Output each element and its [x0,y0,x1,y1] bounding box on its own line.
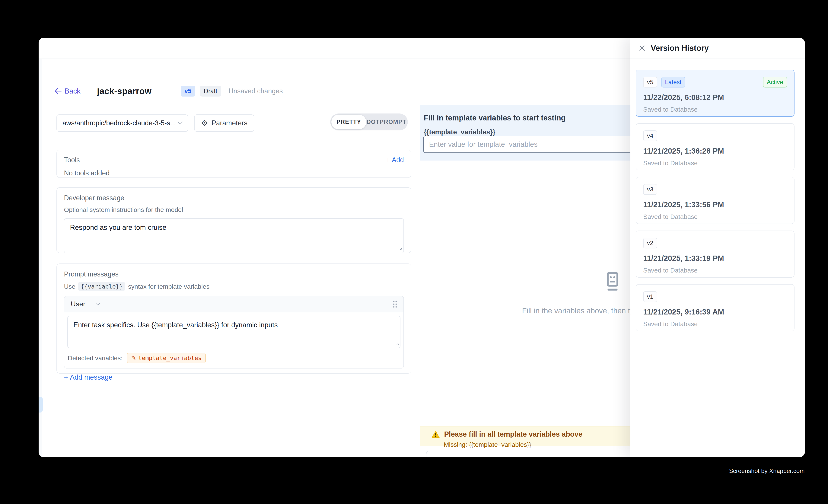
version-storage: Saved to Database [643,159,787,167]
version-number-badge: v4 [643,130,657,141]
version-history-panel: Version History v5 Latest Active 11/22/2… [630,38,805,457]
version-card-v5[interactable]: v5 Latest Active 11/22/2025, 6:08:12 PM … [636,70,794,117]
version-number-badge: v2 [643,238,657,248]
prompt-header: Back jack-sparrow v5 Draft Unsaved chang… [54,85,283,97]
add-tool-label: Add [392,156,404,164]
page-title: jack-sparrow [97,86,152,96]
model-select[interactable]: aws/anthropic/bedrock-claude-3-5-s... [56,115,188,132]
resize-grip-icon[interactable] [398,247,402,251]
subtitle-suffix: syntax for template variables [128,283,209,290]
close-icon[interactable] [637,44,647,53]
version-timestamp: 11/21/2025, 1:36:28 PM [643,147,787,155]
developer-message-title: Developer message [64,194,404,202]
parameters-button[interactable]: ⚙ Parameters [194,115,254,132]
unsaved-changes-label: Unsaved changes [229,87,283,95]
developer-message-textarea[interactable]: Respond as you are tom cruise [64,218,404,253]
tools-title: Tools [64,156,80,164]
version-number-badge: v1 [643,291,657,302]
version-card-v3[interactable]: v3 11/21/2025, 1:33:56 PM Saved to Datab… [636,177,794,224]
resize-grip-icon[interactable] [395,341,399,346]
active-badge: Active [763,77,787,87]
prompt-messages-card: Prompt messages Use {{variable}} syntax … [56,263,411,374]
collapsed-sidebar [39,59,42,457]
warning-icon [431,430,440,438]
format-toggle: PRETTY DOTPROMPT [330,114,408,130]
developer-message-subtitle: Optional system instructions for the mod… [64,206,404,213]
arrow-left-icon [54,88,62,94]
app-window: Back jack-sparrow v5 Draft Unsaved chang… [39,38,805,457]
detected-variable-name: template_variables [138,354,202,361]
version-history-header: Version History [630,38,805,59]
version-storage: Saved to Database [643,320,787,328]
detected-variables-label: Detected variables: [68,354,123,362]
bot-icon [602,271,623,295]
version-number-badge: v5 [643,77,657,87]
version-storage: Saved to Database [643,106,787,113]
variable-syntax-chip: {{variable}} [78,282,125,291]
version-timestamp: 11/21/2025, 9:16:39 AM [643,308,787,316]
version-card-v1[interactable]: v1 11/21/2025, 9:16:39 AM Saved to Datab… [636,284,794,331]
back-button[interactable]: Back [54,87,80,95]
parameters-label: Parameters [211,119,247,127]
toggle-dotprompt[interactable]: DOTPROMPT [366,115,407,129]
version-timestamp: 11/21/2025, 1:33:19 PM [643,254,787,262]
version-list: v5 Latest Active 11/22/2025, 6:08:12 PM … [636,70,794,338]
tools-empty-text: No tools added [64,169,404,177]
model-toolbar: aws/anthropic/bedrock-claude-3-5-s... ⚙ … [56,115,254,132]
add-message-button[interactable]: + Add message [64,373,404,381]
drag-handle-icon[interactable] [392,299,398,309]
add-message-label: Add message [70,373,113,381]
chevron-down-icon [177,121,183,125]
version-history-title: Version History [651,44,709,53]
version-badge: v5 [181,86,195,96]
detected-variables-row: Detected variables: ✎ template_variables [65,348,404,368]
version-storage: Saved to Database [643,267,787,274]
version-timestamp: 11/21/2025, 1:33:56 PM [643,201,787,209]
latest-badge: Latest [661,77,685,87]
developer-message-card: Developer message Optional system instru… [56,187,411,253]
message-block: User Enter task specifics. Use {{templat… [64,296,404,369]
prompt-messages-subtitle: Use {{variable}} syntax for template var… [64,282,404,291]
gear-icon: ⚙ [201,119,208,127]
chevron-down-icon [95,302,100,306]
version-storage: Saved to Database [643,213,787,220]
add-tool-button[interactable]: + Add [386,156,404,164]
warning-title: Please fill in all template variables ab… [444,430,582,438]
screenshot-watermark: Screenshot by Xnapper.com [729,467,805,474]
draft-badge: Draft [200,86,221,96]
message-header: User [65,296,404,312]
prompt-messages-title: Prompt messages [64,270,404,278]
version-card-v4[interactable]: v4 11/21/2025, 1:36:28 PM Saved to Datab… [636,123,794,170]
subtitle-prefix: Use [64,283,75,290]
version-card-v2[interactable]: v2 11/21/2025, 1:33:19 PM Saved to Datab… [636,230,794,278]
version-timestamp: 11/22/2025, 6:08:12 PM [643,93,787,101]
detected-variable-chip[interactable]: ✎ template_variables [127,353,206,363]
toggle-pretty[interactable]: PRETTY [331,115,366,129]
version-number-badge: v3 [643,184,657,195]
back-label: Back [65,87,80,95]
sidebar-active-indicator [39,397,43,413]
toolbar-divider [39,136,420,136]
role-select-value: User [71,300,85,308]
message-textarea[interactable]: Enter task specifics. Use {{template_var… [67,316,401,348]
plus-icon: + [64,373,68,381]
plus-icon: + [386,156,390,164]
role-select[interactable]: User [71,300,100,308]
tools-card: Tools + Add No tools added [56,150,411,178]
model-select-value: aws/anthropic/bedrock-claude-3-5-s... [63,119,177,127]
pen-icon: ✎ [131,354,136,361]
